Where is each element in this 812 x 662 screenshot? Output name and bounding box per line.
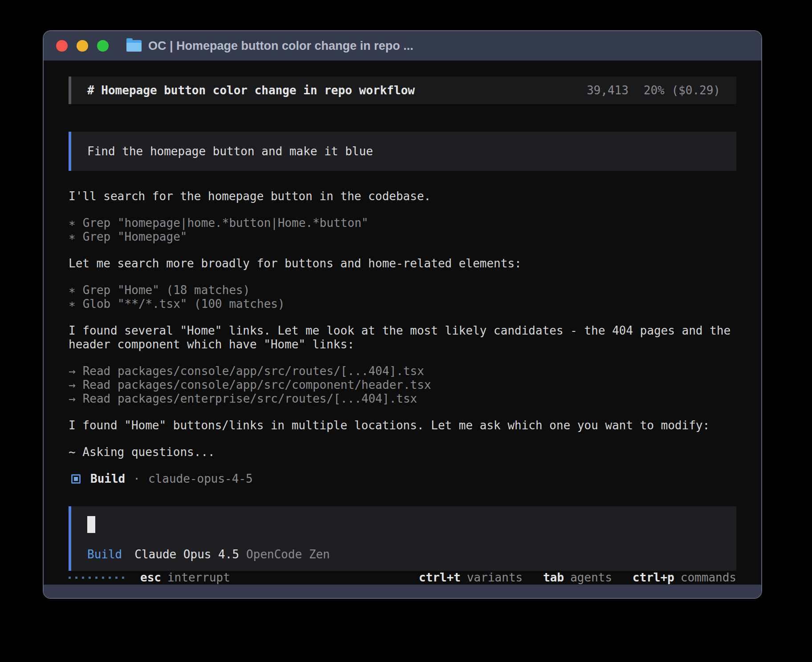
zoom-button[interactable] [97,40,109,52]
agent-status-row: Build · claude-opus-4-5 [71,472,736,486]
minimize-button[interactable] [77,40,88,52]
tool-call-grep: ∗Grep "Homepage" [69,230,736,244]
statusbar-left: esc interrupt [69,571,230,585]
terminal-content: # Homepage button color change in repo w… [44,61,761,585]
tool-call-read: →Read packages/console/app/src/routes/[.… [69,364,736,378]
tool-call-group: ∗Grep "homepage|home.*button|Home.*butto… [69,216,736,244]
text-cursor [87,516,95,533]
shortcut-interrupt: esc interrupt [140,571,230,585]
agent-model: claude-opus-4-5 [148,472,253,486]
asterisk-icon: ∗ [69,283,76,297]
assistant-paragraph: I'll search for the homepage button in t… [69,190,736,203]
tool-call-group: →Read packages/console/app/src/routes/[.… [69,364,736,406]
traffic-lights [56,40,109,52]
asterisk-icon: ∗ [69,297,76,311]
tool-call-grep: ∗Grep "Home" (18 matches) [69,283,736,297]
token-count: 39,413 [587,84,629,97]
tool-call-grep: ∗Grep "homepage|home.*button|Home.*butto… [69,216,736,230]
tool-call-read: →Read packages/enterprise/src/routes/[..… [69,392,736,406]
window-title: OC | Homepage button color change in rep… [148,39,414,53]
assistant-paragraph: I found "Home" buttons/links in multiple… [69,419,736,432]
terminal-window: OC | Homepage button color change in rep… [43,30,762,599]
window-titlebar[interactable]: OC | Homepage button color change in rep… [44,31,761,61]
tool-call-group: ∗Grep "Home" (18 matches) ∗Glob "**/*.ts… [69,283,736,311]
close-button[interactable] [56,40,68,52]
arrow-right-icon: → [69,392,76,406]
session-title: # Homepage button color change in repo w… [87,84,415,97]
user-message: Find the homepage button and make it blu… [69,132,736,171]
input-provider: OpenCode Zen [246,548,330,561]
session-stats: 39,413 20% ($0.29) [587,84,720,97]
shortcut-commands: ctrl+p commands [633,571,736,585]
input-meta-row: Build Claude Opus 4.5 OpenCode Zen [87,548,720,561]
context-cost: 20% ($0.29) [644,84,720,97]
shortcut-agents: tab agents [543,571,612,585]
asterisk-icon: ∗ [69,230,76,244]
shortcut-variants: ctrl+t variants [419,571,523,585]
spinner-dots-icon [69,577,124,579]
input-mode[interactable]: Build [87,548,122,561]
asterisk-icon: ∗ [69,216,76,230]
arrow-right-icon: → [69,364,76,378]
dot-separator: · [133,472,140,486]
assistant-paragraph: I found several "Home" links. Let me loo… [69,324,736,351]
assistant-paragraph: Let me search more broadly for buttons a… [69,257,736,270]
window-bottom-chrome [44,585,761,598]
arrow-right-icon: → [69,378,76,392]
folder-icon [126,40,142,52]
agent-build-icon [71,474,81,484]
tool-call-glob: ∗Glob "**/*.tsx" (100 matches) [69,297,736,311]
user-message-text: Find the homepage button and make it blu… [87,145,373,158]
session-header: # Homepage button color change in repo w… [69,77,736,104]
status-asking-questions: ~ Asking questions... [69,445,736,459]
titlebar-title-group: OC | Homepage button color change in rep… [126,39,414,53]
statusbar-right: ctrl+t variants tab agents ctrl+p comman… [419,571,736,585]
prompt-input[interactable]: Build Claude Opus 4.5 OpenCode Zen [69,506,736,571]
agent-name: Build [90,472,125,486]
statusbar: esc interrupt ctrl+t variants tab agents… [69,571,736,585]
tool-call-read: →Read packages/console/app/src/component… [69,378,736,392]
input-model[interactable]: Claude Opus 4.5 [134,548,239,561]
